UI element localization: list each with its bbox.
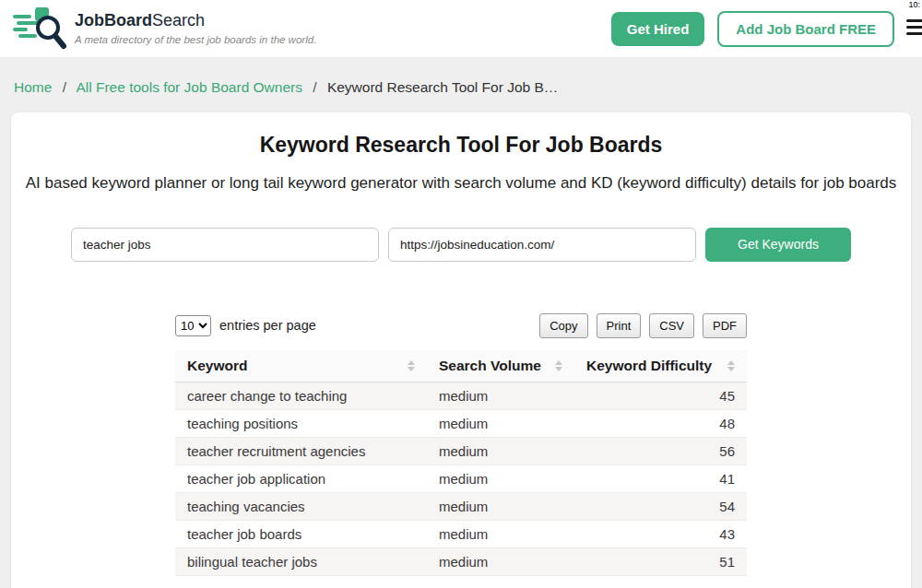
volume-cell: medium: [427, 409, 574, 437]
table-row: teaching vacancies medium 54: [175, 492, 747, 520]
table-row: teacher recruitment agencies medium 56: [175, 437, 747, 465]
entries-per-page-label: entries per page: [219, 318, 316, 333]
breadcrumb: Home / All Free tools for Job Board Owne…: [0, 57, 922, 112]
brand-name-bold: JobBoard: [75, 11, 152, 29]
breadcrumb-separator: /: [63, 79, 66, 95]
difficulty-cell: 45: [574, 382, 747, 409]
table-controls: 10 entries per page Copy Print CSV PDF: [175, 313, 747, 338]
keyword-cell: career change to teaching: [175, 382, 427, 409]
keywords-table: Keyword Search Volume Keyword Difficulty: [175, 350, 747, 576]
copy-button[interactable]: Copy: [539, 313, 587, 338]
column-header-keyword-difficulty[interactable]: Keyword Difficulty: [574, 350, 747, 382]
page-size-control: 10 entries per page: [175, 315, 316, 336]
breadcrumb-tools-link[interactable]: All Free tools for Job Board Owners: [76, 79, 302, 95]
add-job-board-button[interactable]: Add Job Board FREE: [717, 11, 894, 47]
breadcrumb-current: Keyword Research Tool For Job B…: [327, 79, 558, 95]
table-row: teacher job application medium 41: [175, 465, 747, 492]
difficulty-cell: 51: [574, 547, 747, 575]
volume-cell: medium: [427, 520, 574, 547]
difficulty-cell: 43: [574, 520, 747, 547]
header: JobBoardSearch A meta directory of the b…: [0, 0, 922, 57]
column-header-keyword[interactable]: Keyword: [175, 350, 427, 382]
table-row: teaching positions medium 48: [175, 409, 747, 437]
keyword-cell: teacher recruitment agencies: [175, 437, 427, 465]
sort-icon[interactable]: [727, 360, 735, 371]
website-url-input[interactable]: [388, 228, 696, 262]
difficulty-cell: 41: [574, 465, 747, 492]
get-keywords-button[interactable]: Get Keywords: [705, 228, 851, 262]
keyword-cell: teaching vacancies: [175, 492, 427, 520]
breadcrumb-home-link[interactable]: Home: [14, 79, 52, 95]
volume-cell: medium: [427, 547, 574, 575]
difficulty-cell: 56: [574, 437, 747, 465]
export-buttons: Copy Print CSV PDF: [539, 313, 747, 338]
brand-logo[interactable]: JobBoardSearch A meta directory of the b…: [13, 7, 316, 50]
keyword-cell: teacher job application: [175, 465, 427, 492]
volume-cell: medium: [427, 437, 574, 465]
sort-icon[interactable]: [555, 360, 562, 371]
difficulty-cell: 54: [574, 492, 747, 520]
brand-text: JobBoardSearch A meta directory of the b…: [75, 12, 316, 45]
csv-button[interactable]: CSV: [649, 313, 694, 338]
brand-name-light: Search: [152, 11, 205, 29]
print-button[interactable]: Print: [597, 313, 642, 338]
system-clock: 10:: [908, 0, 920, 9]
keyword-cell: teacher job boards: [175, 520, 427, 547]
keyword-input[interactable]: [71, 228, 379, 262]
keyword-form: Get Keywords: [22, 228, 900, 262]
menu-icon[interactable]: [906, 19, 922, 35]
keyword-cell: bilingual teacher jobs: [175, 547, 427, 575]
brand-tagline: A meta directory of the best job boards …: [75, 34, 316, 45]
entries-per-page-select[interactable]: 10: [175, 315, 211, 336]
pdf-button[interactable]: PDF: [703, 313, 747, 338]
page-title: Keyword Research Tool For Job Boards: [22, 133, 900, 158]
sort-icon[interactable]: [408, 360, 415, 371]
main-card: Keyword Research Tool For Job Boards AI …: [11, 112, 911, 588]
column-header-search-volume[interactable]: Search Volume: [427, 350, 574, 382]
table-header-row: Keyword Search Volume Keyword Difficulty: [175, 350, 747, 382]
breadcrumb-separator: /: [313, 79, 316, 95]
brand-name: JobBoardSearch: [75, 12, 316, 30]
page-subtitle: AI based keyword planner or long tail ke…: [22, 171, 900, 196]
volume-cell: medium: [427, 382, 574, 409]
header-actions: Get Hired Add Job Board FREE: [611, 11, 909, 47]
magnifier-logo-icon: [13, 7, 66, 50]
results-section: 10 entries per page Copy Print CSV PDF K…: [175, 313, 747, 576]
volume-cell: medium: [427, 465, 574, 492]
table-row: teacher job boards medium 43: [175, 520, 747, 547]
volume-cell: medium: [427, 492, 574, 520]
get-hired-button[interactable]: Get Hired: [611, 12, 705, 46]
table-row: career change to teaching medium 45: [175, 382, 747, 409]
keyword-cell: teaching positions: [175, 409, 427, 437]
difficulty-cell: 48: [574, 409, 747, 437]
table-row: bilingual teacher jobs medium 51: [175, 547, 747, 575]
